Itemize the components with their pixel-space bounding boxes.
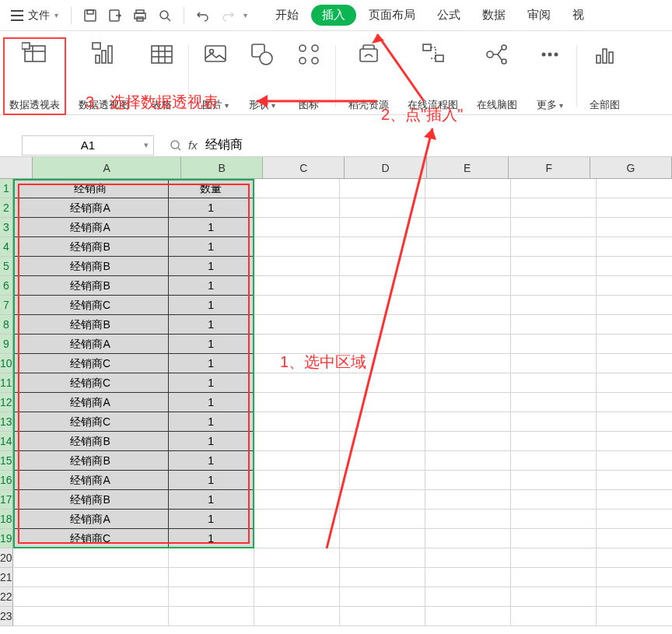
col-header-E[interactable]: E [427,157,509,178]
preview-icon[interactable] [154,5,176,26]
cell[interactable] [254,198,340,218]
cell[interactable] [340,237,425,257]
row-header[interactable]: 20 [0,548,13,568]
cell[interactable] [425,218,511,237]
cell[interactable]: 经销商B [13,451,169,471]
cell[interactable] [254,490,340,510]
docer-button[interactable]: 稻壳资源 [342,37,395,115]
row-header[interactable]: 3 [0,218,13,237]
cell[interactable]: 经销商B [13,432,169,451]
cell[interactable] [254,335,340,354]
tab-view[interactable]: 视 [563,3,593,27]
row-header[interactable]: 10 [0,354,13,373]
cell[interactable] [254,237,340,257]
cell[interactable] [511,373,597,393]
col-header-D[interactable]: D [345,157,426,178]
icons-button[interactable]: 图标 [289,37,329,115]
mindmap-button[interactable]: 在线脑图 [471,37,523,115]
cell[interactable] [340,315,425,335]
cell[interactable]: 1 [169,529,254,548]
cell[interactable]: 经销商C [13,354,169,373]
cell[interactable] [597,490,672,510]
cell[interactable] [254,529,340,548]
row-header[interactable]: 9 [0,335,13,354]
row-header[interactable]: 21 [0,568,13,587]
cell[interactable] [425,276,511,296]
cell[interactable] [425,490,511,510]
row-header[interactable]: 13 [0,412,13,432]
cell[interactable] [169,568,254,587]
cell[interactable] [597,568,672,587]
cell[interactable]: 1 [169,315,254,335]
cell[interactable] [425,529,511,548]
cell[interactable] [511,296,597,315]
tab-home[interactable]: 开始 [266,3,308,27]
cell[interactable] [425,471,511,490]
cell[interactable] [597,276,672,296]
cell[interactable]: 经销商A [13,393,169,412]
cancel-icon[interactable] [170,139,182,152]
all-charts-button[interactable]: 全部图 [583,37,626,115]
cell[interactable]: 经销商A [13,198,169,218]
cell[interactable]: 经销商C [13,529,169,548]
cell[interactable] [425,412,511,432]
cell[interactable] [340,412,425,432]
row-header[interactable]: 4 [0,237,13,257]
cell[interactable] [425,451,511,471]
cell[interactable] [340,607,425,626]
row-header[interactable]: 2 [0,198,13,218]
row-header[interactable]: 16 [0,471,13,490]
cell[interactable] [425,198,511,218]
cell[interactable] [340,335,425,354]
cell[interactable] [511,451,597,471]
cell[interactable] [13,587,169,607]
cell[interactable] [340,354,425,373]
cell[interactable] [425,510,511,529]
file-menu[interactable]: 文件 ▾ [6,5,63,26]
cell[interactable] [511,393,597,412]
cell[interactable] [425,237,511,257]
col-header-B[interactable]: B [181,157,263,178]
cell[interactable]: 经销商A [13,335,169,354]
cell[interactable]: 1 [169,354,254,373]
cell[interactable]: 经销商A [13,510,169,529]
cell[interactable]: 1 [169,510,254,529]
cell[interactable] [511,198,597,218]
cell[interactable]: 经销商C [13,296,169,315]
row-header[interactable]: 11 [0,373,13,393]
redo-icon[interactable] [217,5,239,26]
cell[interactable] [340,451,425,471]
cell[interactable]: 经销商B [13,276,169,296]
formula-input[interactable]: 经销商 [198,137,243,153]
row-header[interactable]: 18 [0,510,13,529]
cell[interactable] [597,412,672,432]
cell[interactable] [511,510,597,529]
row-header[interactable]: 14 [0,432,13,451]
output-icon[interactable] [104,5,126,26]
flowchart-button[interactable]: 在线流程图 [401,37,464,115]
row-header[interactable]: 6 [0,276,13,296]
cell[interactable] [254,257,340,276]
cell[interactable]: 1 [169,471,254,490]
cell[interactable]: 1 [169,451,254,471]
cell[interactable] [340,257,425,276]
cell[interactable]: 1 [169,257,254,276]
cell[interactable] [254,432,340,451]
cell[interactable] [511,276,597,296]
tab-formula[interactable]: 公式 [428,3,470,27]
cell[interactable] [13,607,169,626]
cell[interactable] [254,510,340,529]
cell[interactable] [254,412,340,432]
print-icon[interactable] [129,5,151,26]
cell[interactable] [597,179,672,198]
cell[interactable] [511,529,597,548]
row-header[interactable]: 15 [0,451,13,471]
cell[interactable] [13,548,169,568]
cell[interactable] [425,315,511,335]
cell[interactable] [425,335,511,354]
cell[interactable]: 经销商A [13,471,169,490]
pivot-chart-button[interactable]: 数据透视图 [72,37,135,115]
undo-icon[interactable] [192,5,214,26]
cell[interactable]: 1 [169,490,254,510]
cell[interactable] [425,548,511,568]
